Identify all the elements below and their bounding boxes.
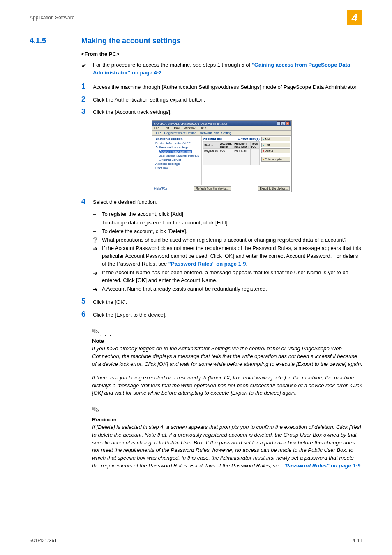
text: To register the account, click [Add].	[102, 210, 362, 218]
left-pane-title: Function selection	[154, 137, 200, 141]
question-icon: ?	[93, 236, 102, 244]
step-text: Access the machine through [Authenticati…	[93, 83, 362, 91]
reminder-paragraph: If [Delete] is selected in step 4, a scr…	[92, 423, 362, 470]
tool-registration[interactable]: Registration of Device	[164, 131, 196, 135]
menu-help[interactable]: Help	[200, 126, 206, 130]
menu-file[interactable]: File	[154, 126, 159, 130]
dash-icon: –	[93, 219, 102, 227]
minimize-icon[interactable]: _	[277, 121, 281, 125]
step-4-question: ? What precautions should be used when r…	[93, 236, 362, 244]
close-icon[interactable]: ×	[286, 121, 290, 125]
tree-selected-label: Account track settings	[159, 150, 192, 153]
tree-external-server[interactable]: External Server	[159, 158, 200, 162]
table-row	[203, 153, 260, 157]
dash-icon: –	[93, 210, 102, 218]
step-4-dash-1: – To register the account, click [Add].	[93, 210, 362, 218]
right-pane: Account list 1 / 500 item(s) Status Acco…	[202, 136, 291, 185]
section-number: 4.1.5	[30, 37, 81, 45]
prerequisite: ✔ For the procedure to access the machin…	[81, 61, 362, 77]
step-2: 2 Click the Authentication settings expa…	[81, 95, 362, 104]
text: A Account Name that already exists canno…	[102, 285, 362, 294]
account-list-count: 1 / 500 item(s)	[238, 137, 260, 141]
tree-user-auth[interactable]: User authentication settings	[159, 154, 200, 157]
refresh-button[interactable]: Refresh from the device...	[194, 186, 231, 191]
col-status: Status	[203, 142, 219, 149]
tree-device-info[interactable]: Device information(MFP)	[155, 141, 200, 145]
text: To delete the account, click [Delete].	[102, 228, 362, 236]
column-option-button[interactable]: Column option...	[261, 157, 290, 162]
cell-function-restriction: Permit all	[233, 149, 251, 153]
dash-icon: –	[93, 228, 102, 236]
step-number: 2	[81, 95, 93, 104]
step-text: Click the [Account track settings].	[93, 108, 362, 116]
sub-heading: <From the PC>	[81, 51, 362, 57]
edit-button[interactable]: Edit...	[261, 143, 290, 147]
add-button[interactable]: Add...	[261, 137, 290, 141]
page-header: Application Software 4	[30, 12, 362, 23]
note-label: Note	[92, 338, 362, 344]
pencil-icon: ✎	[90, 325, 101, 338]
window-title: KONICA MINOLTA PageScope Data Administra…	[154, 122, 227, 125]
tool-top[interactable]: TOP	[154, 131, 161, 135]
menu-edit[interactable]: Edit	[164, 126, 169, 130]
note-icon-row: ✎. . .	[92, 405, 362, 416]
link-password-rules[interactable]: "Password Rules" on page 1-9	[168, 261, 246, 267]
footer-rule	[30, 536, 362, 536]
menu-window[interactable]: Window	[184, 126, 195, 130]
menu-tool[interactable]: Tool	[173, 126, 180, 130]
check-icon: ✔	[81, 61, 93, 77]
step-text: Select the desired function.	[93, 198, 362, 206]
dots-icon: . . .	[100, 409, 112, 416]
table-row	[203, 157, 260, 161]
text: What precautions should be used when reg…	[102, 236, 362, 244]
text: To change data registered for the accoun…	[102, 219, 362, 227]
chapter-tab: 4	[347, 10, 362, 25]
account-list-title: Account list	[203, 137, 222, 141]
tree-user-box[interactable]: User box	[155, 166, 200, 170]
step-text: Click the [OK].	[93, 298, 362, 306]
step-number: 1	[81, 83, 93, 91]
step-number: 5	[81, 298, 93, 306]
help-link[interactable]: Help(F1)	[154, 187, 167, 190]
arrow-icon: ➔	[93, 285, 102, 294]
step-text: Click the [Export to the device].	[93, 310, 362, 319]
step-3: 3 Click the [Account track settings].	[81, 108, 362, 116]
step-4-dash-2: – To change data registered for the acco…	[93, 219, 362, 227]
step-number: 6	[81, 310, 93, 319]
table-row[interactable]: Registered 001 Permit all	[203, 149, 260, 153]
right-buttons: Add... Edit... Delete Column option...	[261, 137, 290, 184]
step-number: 4	[81, 198, 93, 206]
footer-right: 4-11	[353, 538, 362, 543]
tree-account-track[interactable]: Account track settings	[159, 150, 200, 153]
text: If the Account Name has not been entered…	[102, 269, 362, 284]
account-table: Status Account name Function restriction…	[203, 141, 260, 165]
figure-footer: Help(F1) Refresh from the device... Expo…	[152, 185, 291, 192]
dots-icon: . . .	[100, 331, 112, 337]
pencil-icon: ✎	[90, 404, 101, 416]
export-button[interactable]: Export to the device...	[258, 186, 290, 191]
tree-address-settings[interactable]: Address settings	[155, 162, 200, 166]
text: .	[161, 69, 163, 76]
note-paragraph: If there is a job being executed or a re…	[92, 374, 362, 398]
arrow-icon: ➔	[93, 245, 102, 268]
section-heading: 4.1.5 Making the account settings	[30, 37, 362, 45]
tool-network[interactable]: Network Initial Setting	[200, 131, 231, 135]
toolbar: TOP Registration of Device Network Initi…	[152, 131, 291, 136]
footer-row: 501/421/361 4-11	[30, 538, 362, 543]
window-titlebar: KONICA MINOLTA PageScope Data Administra…	[152, 121, 291, 126]
delete-button[interactable]: Delete	[261, 148, 290, 153]
tree-auth-settings[interactable]: Authentication settings	[155, 146, 200, 149]
reminder-block: ✎. . . Reminder If [Delete] is selected …	[92, 405, 362, 470]
step-4-dash-3: – To delete the account, click [Delete].	[93, 228, 362, 236]
figure-body: Function selection Device information(MF…	[152, 136, 291, 185]
header-rule	[30, 25, 362, 25]
nav-tree: Device information(MFP) Authentication s…	[154, 141, 200, 170]
screenshot-figure: KONICA MINOLTA PageScope Data Administra…	[152, 120, 292, 192]
step-4-arrow-3: ➔ A Account Name that already exists can…	[93, 285, 362, 294]
step-6: 6 Click the [Export to the device].	[81, 310, 362, 319]
step-text: Click the Authentication settings expand…	[93, 95, 362, 104]
link-password-rules[interactable]: "Password Rules" on page 1-9	[283, 462, 361, 469]
table-row	[203, 161, 260, 165]
prerequisite-text: For the procedure to access the machine,…	[93, 61, 362, 77]
maximize-icon[interactable]: □	[281, 121, 285, 125]
